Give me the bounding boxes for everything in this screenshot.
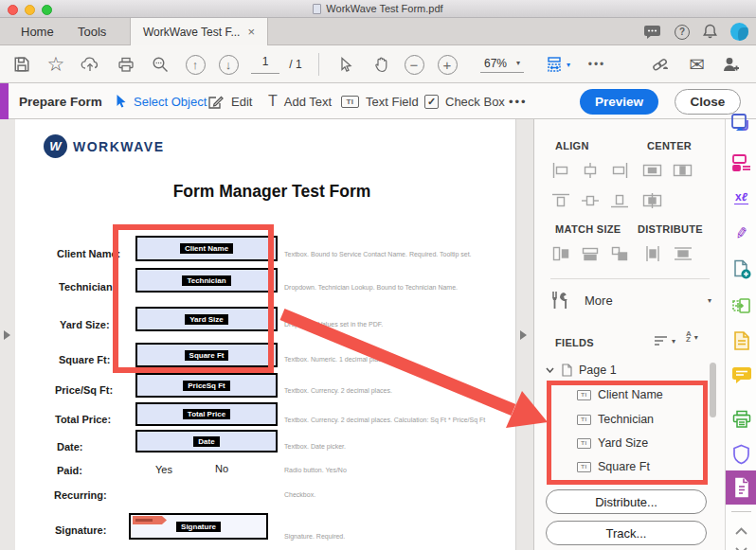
fields-scrollbar[interactable] — [710, 363, 716, 417]
tree-item-page-1[interactable]: Page 1 — [546, 364, 617, 377]
feedback-icon[interactable] — [643, 25, 661, 40]
star-favorite-icon[interactable]: ☆ — [44, 45, 68, 83]
select-object-label: Select Object — [134, 95, 207, 109]
label-date: Date: — [57, 441, 83, 452]
tab-home[interactable]: Home — [9, 18, 65, 45]
rail-scroll-down-icon[interactable] — [726, 537, 756, 550]
note-square-ft: Textbox. Numeric. 1 decimal place. — [284, 356, 521, 363]
add-text-button[interactable]: T Add Text — [268, 83, 332, 119]
fit-width-icon[interactable]: ▾ — [542, 45, 574, 83]
paid-no-option[interactable]: No — [215, 463, 228, 474]
align-right-icon[interactable] — [608, 161, 631, 180]
match-size-header: MATCH SIZE — [555, 223, 621, 235]
field-date[interactable]: Date — [135, 430, 278, 452]
check-box-label: Check Box — [445, 95, 505, 109]
right-panel-collapse-icon[interactable] — [520, 330, 527, 340]
preview-button[interactable]: Preview — [580, 89, 658, 115]
hand-tool-icon[interactable] — [369, 45, 393, 83]
field-technician[interactable]: Technician — [135, 268, 278, 293]
email-icon[interactable]: ✉ — [684, 45, 711, 83]
tab-close-icon[interactable]: × — [247, 26, 255, 38]
more-tools-icon[interactable]: ••• — [583, 45, 611, 83]
field-client-name[interactable]: Client Name — [135, 236, 278, 261]
sign-pen-icon[interactable]: ✎ — [726, 219, 756, 247]
search-zoom-icon[interactable] — [148, 45, 172, 83]
save-icon[interactable] — [9, 45, 34, 83]
acrobat-window: WorkWave Test Form.pdf Home Tools WorkWa… — [0, 0, 756, 550]
more-form-tools-icon[interactable]: ••• — [509, 83, 528, 119]
field-signature[interactable]: Signature — [129, 513, 268, 540]
chevron-expanded-icon[interactable] — [546, 367, 554, 373]
tree-item-yard-size[interactable]: TI Yard Size — [577, 436, 648, 450]
share-link-icon[interactable] — [647, 45, 674, 83]
tree-item-technician[interactable]: TI Technician — [577, 413, 654, 426]
tab-tools[interactable]: Tools — [66, 18, 117, 45]
select-tool-icon[interactable] — [333, 45, 358, 83]
edit-pdf-icon[interactable] — [726, 149, 756, 177]
tab-document[interactable]: WorkWave Test F... × — [130, 18, 268, 45]
zoom-in-icon[interactable]: + — [435, 45, 459, 83]
print-production-icon[interactable] — [726, 405, 756, 434]
notifications-bell-icon[interactable] — [703, 24, 717, 40]
next-page-icon[interactable]: ↓ — [216, 45, 241, 83]
align-top-icon[interactable] — [549, 191, 572, 210]
export-pdf-icon[interactable] — [726, 110, 756, 138]
sort-order-dropdown[interactable]: ▾ — [654, 334, 675, 347]
sort-alpha-dropdown[interactable]: AZ ▾ — [686, 331, 698, 344]
add-user-icon[interactable] — [717, 45, 746, 83]
tree-item-client-name[interactable]: TI Client Name — [577, 388, 663, 401]
center-horizontally-icon[interactable] — [641, 161, 664, 180]
comment-icon[interactable] — [726, 361, 756, 389]
align-horizontal-center-icon[interactable] — [579, 161, 602, 180]
help-icon[interactable]: ? — [675, 25, 690, 40]
prepare-form-tool-selected[interactable] — [726, 470, 756, 505]
center-both-icon[interactable] — [641, 191, 664, 210]
check-box-icon: ✓ — [424, 95, 439, 109]
tree-item-square-ft[interactable]: TI Square Ft — [577, 460, 650, 473]
pdf-page: W WORKWAVE Form Manager Test Form Client… — [15, 119, 516, 550]
fill-sign-icon[interactable]: xℓ — [726, 184, 756, 212]
note-signature: Signature. Required. — [284, 533, 521, 540]
protect-shield-icon[interactable] — [726, 440, 756, 469]
tools-rail: xℓ ✎ — [725, 119, 756, 550]
track-button[interactable]: Track... — [546, 521, 707, 545]
align-left-icon[interactable] — [549, 161, 572, 180]
export-compress-icon[interactable] — [726, 292, 756, 320]
align-vertical-middle-icon[interactable] — [579, 191, 602, 210]
content-area: W WORKWAVE Form Manager Test Form Client… — [0, 119, 756, 550]
field-total-price[interactable]: Total Price — [135, 402, 278, 426]
align-header: ALIGN — [555, 140, 589, 151]
share-upload-icon[interactable] — [78, 45, 102, 83]
add-text-label: Add Text — [284, 95, 332, 109]
page-number-input[interactable]: 1 — [249, 45, 281, 83]
print-icon[interactable] — [114, 45, 138, 83]
text-field-button[interactable]: TI Text Field — [341, 83, 419, 119]
more-tools-row[interactable]: More ▾ — [550, 290, 711, 310]
label-technician: Technician: — [59, 281, 116, 293]
zoom-out-icon[interactable]: − — [402, 45, 426, 83]
center-vertically-icon[interactable] — [672, 161, 694, 180]
match-both-icon[interactable] — [608, 244, 631, 263]
paid-yes-option[interactable]: Yes — [155, 464, 172, 475]
match-width-icon[interactable] — [549, 244, 572, 263]
scan-ocr-icon[interactable] — [726, 327, 756, 355]
field-price-sq-ft[interactable]: PriceSq Ft — [135, 373, 278, 398]
select-object-button[interactable]: Select Object — [115, 83, 207, 119]
match-height-icon[interactable] — [579, 244, 602, 263]
field-square-ft[interactable]: Square Ft — [135, 343, 278, 367]
field-yard-size[interactable]: Yard Size — [135, 307, 278, 331]
left-panel-expand-icon[interactable] — [4, 330, 10, 340]
user-avatar[interactable] — [730, 23, 748, 41]
distribute-horizontally-icon[interactable] — [672, 244, 694, 263]
create-pdf-icon[interactable] — [726, 256, 756, 284]
zoom-level-dropdown[interactable]: 67%▾ — [472, 45, 532, 83]
edit-button[interactable]: Edit — [207, 83, 252, 119]
distribute-vertically-icon[interactable] — [641, 244, 664, 263]
prepare-form-title: Prepare Form — [19, 83, 102, 119]
align-bottom-icon[interactable] — [608, 191, 631, 210]
rail-divider — [731, 511, 751, 512]
fields-header: FIELDS — [555, 337, 594, 348]
check-box-button[interactable]: ✓ Check Box — [424, 83, 505, 119]
previous-page-icon[interactable]: ↑ — [183, 45, 207, 83]
distribute-button[interactable]: Distribute... — [546, 489, 707, 514]
